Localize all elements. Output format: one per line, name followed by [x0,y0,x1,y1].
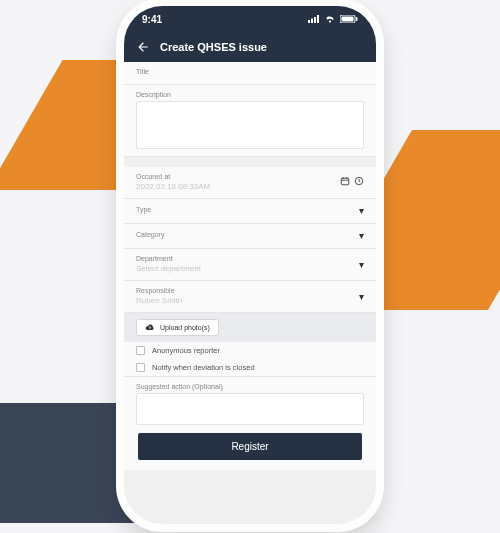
upload-photo-button[interactable]: Upload photo(s) [136,319,219,336]
title-field[interactable]: Title [124,62,376,85]
suggested-label: Suggested action (Optional) [136,383,364,390]
svg-rect-5 [342,16,354,21]
form-scroll: Title Description Occured at 2022.02.18 … [124,62,376,524]
occurred-value: 2022.02.18 08:33AM [136,182,210,191]
page-header: Create QHSES issue [124,32,376,62]
department-field[interactable]: Department Select department ▾ [124,249,376,281]
suggested-textarea[interactable] [136,393,364,425]
section-gap [124,157,376,167]
chevron-down-icon: ▾ [359,291,364,302]
battery-icon [340,14,358,25]
category-label: Category [136,231,164,238]
notify-row[interactable]: Notify when deviation is closed [124,359,376,377]
title-label: Title [136,68,364,75]
cloud-upload-icon [145,323,155,332]
department-label: Department [136,255,201,262]
anonymous-row[interactable]: Anonymous reporter [124,342,376,359]
form-content: Title Description Occured at 2022.02.18 … [124,62,376,524]
anonymous-label: Anonymous reporter [152,346,220,355]
svg-rect-6 [356,17,358,21]
type-field[interactable]: Type ▾ [124,199,376,224]
calendar-icon[interactable] [340,176,350,188]
occurred-label: Occured at [136,173,210,180]
svg-rect-0 [308,20,310,23]
type-label: Type [136,206,151,213]
register-button[interactable]: Register [138,433,362,460]
upload-section: Upload photo(s) [124,313,376,342]
upload-label: Upload photo(s) [160,324,210,331]
responsible-field[interactable]: Responsible Ruben Smith ▾ [124,281,376,313]
category-field[interactable]: Category ▾ [124,224,376,249]
responsible-label: Responsible [136,287,182,294]
wifi-icon [324,14,336,25]
anonymous-checkbox[interactable] [136,346,145,355]
department-placeholder: Select department [136,264,201,273]
svg-rect-7 [341,178,349,185]
status-bar: 9:41 [124,6,376,32]
responsible-value: Ruben Smith [136,296,182,305]
register-section: Register [124,425,376,470]
occurred-at-field[interactable]: Occured at 2022.02.18 08:33AM [124,167,376,199]
notify-checkbox[interactable] [136,363,145,372]
chevron-down-icon: ▾ [359,230,364,241]
description-label: Description [136,91,364,98]
phone-frame: 9:41 Create QHSES issue Title Descri [124,6,376,524]
chevron-down-icon: ▾ [359,259,364,270]
status-time: 9:41 [142,14,162,25]
page-title: Create QHSES issue [160,41,267,53]
svg-rect-1 [311,18,313,23]
notify-label: Notify when deviation is closed [152,363,255,372]
svg-rect-2 [314,17,316,23]
clock-icon[interactable] [354,176,364,188]
status-right [308,14,358,25]
description-field[interactable]: Description [124,85,376,157]
back-arrow-icon[interactable] [136,40,150,54]
chevron-down-icon: ▾ [359,205,364,216]
description-textarea[interactable] [136,101,364,149]
svg-rect-3 [317,15,319,23]
signal-icon [308,14,320,25]
suggested-action-field[interactable]: Suggested action (Optional) [124,377,376,425]
